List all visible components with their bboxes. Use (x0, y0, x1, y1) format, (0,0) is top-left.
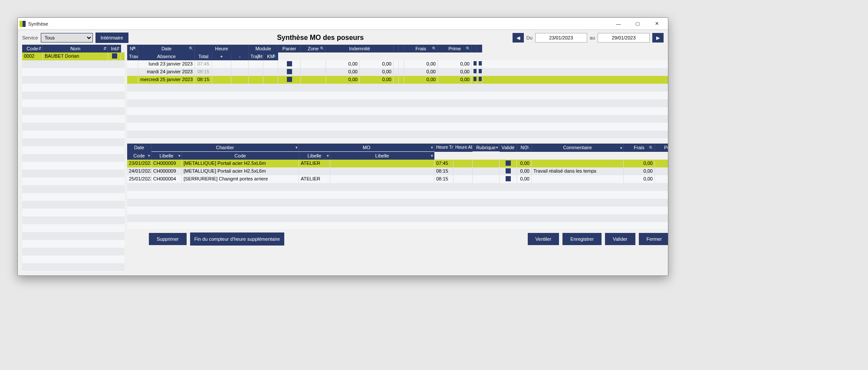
maximize-button[interactable]: ▢ (628, 19, 647, 29)
app-window: Synthèse — ▢ ✕ Service Tous Intérimaire … (17, 17, 668, 276)
next-week-button[interactable]: ▶ (652, 33, 664, 43)
detail-row[interactable]: 23/01/2023 CH000009 [METALLIQUE] Portail… (127, 160, 668, 167)
col-heure-travail[interactable]: Heure Travail (434, 144, 454, 152)
detail-row[interactable]: 25/01/2023 CH000004 [SERRURERIE] Changmt… (127, 175, 668, 183)
col-frais[interactable]: Frais🔍 (404, 45, 438, 52)
detail-grid: Date Chantier▾ MO▾ Heure Travail Heure A… (127, 144, 668, 229)
col-commentaire[interactable]: Commentaire▾ (532, 144, 624, 152)
service-select[interactable]: Tous (41, 33, 93, 43)
col-plus[interactable]: + (212, 52, 231, 60)
date-to-input[interactable] (598, 33, 650, 43)
col-int[interactable]: Int.⇵ (108, 45, 121, 52)
col-ch-code[interactable]: Code▾ (127, 152, 151, 160)
col-mo-code[interactable]: Code (182, 152, 299, 160)
fermer-button[interactable]: Fermer (639, 233, 668, 245)
col-no[interactable]: N°🔍 (127, 45, 138, 52)
page-title: Synthèse MO des poseurs (227, 34, 414, 42)
col-minus[interactable]: - (231, 52, 249, 60)
col-absence[interactable]: Absence (138, 52, 195, 60)
colgroup-heure: Heure (195, 45, 249, 52)
interim-button[interactable]: Intérimaire (95, 33, 128, 43)
col-zone[interactable]: Zone🔍 (301, 45, 326, 52)
colgroup-rubrique: Rubrique▾ (473, 144, 500, 151)
col-panier[interactable]: Panier (278, 45, 301, 52)
col-trajet[interactable]: Trajet🔍 (249, 52, 263, 60)
col-date[interactable]: Date🔍 (138, 45, 195, 52)
col-nc[interactable]: NC🔍 (517, 144, 532, 152)
day-row[interactable]: lundi 23 janvier 2023 07:45 0,00 0,00 0,… (127, 60, 668, 68)
col-mo-libelle[interactable]: Libelle▾ (299, 152, 330, 160)
day-row[interactable]: mardi 24 janvier 2023 08:15 0,00 0,00 0,… (127, 68, 668, 76)
date-from-input[interactable] (535, 33, 587, 43)
col-total[interactable]: Total (195, 52, 212, 60)
prev-week-button[interactable]: ◀ (513, 33, 524, 43)
day-row[interactable]: mercredi 25 janvier 2023 08:15 0,00 0,00… (127, 76, 668, 84)
titlebar: Synthèse — ▢ ✕ (18, 18, 668, 30)
col-km[interactable]: KM🔍 (263, 52, 278, 60)
employee-grid: Code⇵ Nom⇵ Int.⇵ 0002BAUBET Dorian (22, 45, 125, 272)
window-title: Synthèse (28, 21, 609, 26)
app-icon (20, 21, 26, 27)
col-travail[interactable]: Travail (127, 52, 138, 60)
col-b-date[interactable]: Date (127, 144, 151, 152)
enregistrer-button[interactable]: Enregistrer (562, 233, 602, 245)
col-heure-absence[interactable]: Heure Absence (454, 144, 473, 152)
colgroup-mo: MO▾ (299, 144, 434, 151)
col-small2[interactable] (399, 45, 404, 52)
col-b-prime[interactable]: Prime🔍 (655, 144, 668, 152)
service-label: Service (22, 35, 38, 40)
col-rub-libelle[interactable]: Libelle▾ (330, 152, 434, 160)
valider-button[interactable]: Valider (605, 233, 635, 245)
col-small1[interactable] (394, 45, 399, 52)
col-valide[interactable]: Validé (500, 144, 517, 152)
date-to-label: au (590, 35, 595, 40)
close-button[interactable]: ✕ (647, 19, 666, 29)
colgroup-chantier: Chantier▾ (151, 144, 299, 151)
days-grid: N°🔍 Date🔍 Heure Module Panier Zone🔍 Inde… (127, 45, 668, 140)
right-panel: N°🔍 Date🔍 Heure Module Panier Zone🔍 Inde… (127, 45, 668, 272)
detail-row[interactable]: 24/01/2023 CH000009 [METALLIQUE] Portail… (127, 167, 668, 175)
footer: Supprimer Fin du compteur d'heure supplé… (127, 229, 668, 250)
employee-row[interactable]: 0002BAUBET Dorian (22, 52, 125, 60)
ventiler-button[interactable]: Ventiler (528, 233, 559, 245)
supprimer-button[interactable]: Supprimer (149, 233, 187, 245)
colgroup-module: Module (249, 45, 278, 52)
col-nom[interactable]: Nom⇵ (43, 45, 108, 52)
col-b-frais[interactable]: Frais🔍 (624, 144, 655, 152)
fin-compteur-button[interactable]: Fin du compteur d'heure supplémentaire (190, 232, 284, 246)
colgroup-indemnite: Indemnité (326, 45, 394, 52)
col-code[interactable]: Code⇵ (22, 45, 43, 52)
col-ch-libelle[interactable]: Libelle▾ (151, 152, 182, 160)
col-prime[interactable]: Prime🔍 (438, 45, 472, 52)
toolbar: Service Tous Intérimaire Synthèse MO des… (18, 30, 668, 45)
date-from-label: Du (526, 35, 533, 40)
minimize-button[interactable]: — (609, 19, 628, 29)
